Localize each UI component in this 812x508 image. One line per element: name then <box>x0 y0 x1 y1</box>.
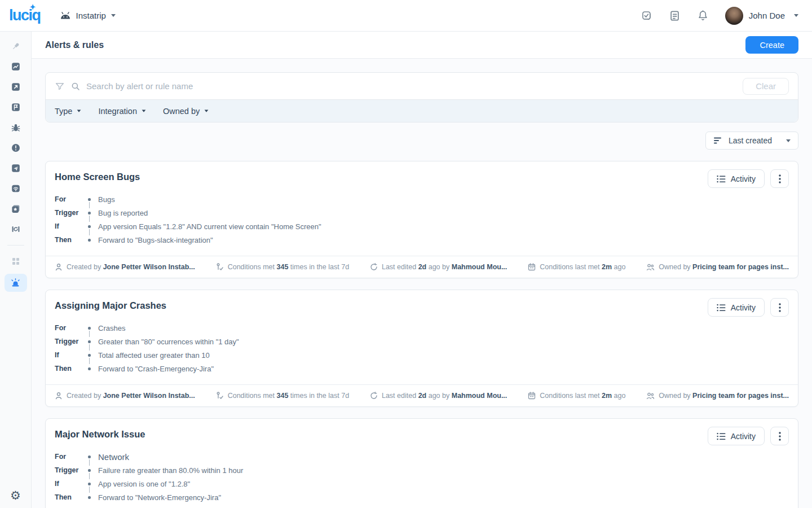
list-icon <box>717 304 726 312</box>
sort-dropdown[interactable]: Last created <box>705 132 798 150</box>
alert-card-title: Major Network Issue <box>55 427 145 440</box>
activity-label: Activity <box>731 303 756 312</box>
network-wifi-icon[interactable] <box>5 178 27 199</box>
filter-bar: Type Integration Owned by <box>46 99 798 122</box>
settings-gear-icon[interactable]: ⚙ <box>10 489 21 501</box>
filter-integration-label: Integration <box>98 107 137 116</box>
filter-owned-by-dropdown[interactable]: Owned by <box>163 107 209 116</box>
timeline-bullet <box>87 450 98 463</box>
rule-row: For Network <box>55 450 789 463</box>
filter-panel: Clear Type Integration Owned by <box>45 72 798 122</box>
calendar-icon <box>528 392 536 400</box>
filter-integration-dropdown[interactable]: Integration <box>98 107 146 116</box>
search-icon <box>71 82 80 91</box>
user-name: John Doe <box>749 11 785 20</box>
rule-row: For Crashes <box>55 321 789 335</box>
activity-label: Activity <box>731 174 756 183</box>
owned-by-meta: Owned by Pricing team for pages inst... <box>646 263 789 271</box>
rule-row-label: Then <box>55 236 87 244</box>
kebab-menu-button[interactable] <box>770 169 789 188</box>
starred-pages-icon[interactable] <box>5 199 27 219</box>
pin-icon[interactable] <box>5 36 27 56</box>
alert-card-title: Home Screen Bugs <box>55 169 140 182</box>
user-icon <box>55 392 63 400</box>
sidebar: ⚙ <box>0 32 32 508</box>
apps-grid-icon[interactable] <box>5 251 27 271</box>
workspace-name: Instatrip <box>76 11 106 20</box>
timeline-bullet <box>87 220 98 233</box>
created-by-meta: Created by Jone Petter Wilson Instab... <box>55 263 195 271</box>
rule-row-label: Then <box>55 493 87 501</box>
alert-card-title: Assigning Major Crashes <box>55 298 166 311</box>
luciq-logo[interactable]: luciq ✦ <box>9 8 45 23</box>
analytics-icon[interactable] <box>5 56 27 77</box>
last-edited-meta: Last edited 2d ago by Mahmoud Mou... <box>370 392 507 400</box>
rule-row: Trigger Bug is reported <box>55 206 789 220</box>
page-header: Alerts & rules Create <box>32 32 812 59</box>
topbar: luciq ✦ Instatrip <box>0 0 812 32</box>
sort-label: Last created <box>729 136 772 145</box>
page-title: Alerts & rules <box>45 40 104 50</box>
filter-type-dropdown[interactable]: Type <box>55 107 81 116</box>
logo-spark-icon: ✦ <box>30 3 36 11</box>
timeline-bullet <box>87 348 98 362</box>
kebab-menu-button[interactable] <box>770 427 789 445</box>
created-by-meta: Created by Jone Petter Wilson Instab... <box>55 392 195 400</box>
rule-row-value: Forward to "Network-Emergency-Jira" <box>98 493 221 502</box>
rule-check-icon <box>216 263 224 271</box>
chevron-down-icon <box>142 110 146 112</box>
tasks-check-icon[interactable] <box>641 10 653 22</box>
replay-icon[interactable] <box>5 219 27 239</box>
chevron-down-icon <box>111 14 116 17</box>
kebab-icon <box>779 303 781 312</box>
timeline-bullet <box>87 233 98 247</box>
release-notes-icon[interactable] <box>669 10 681 22</box>
timeline-bullet <box>87 206 98 220</box>
timeline-bullet <box>87 335 98 348</box>
send-icon[interactable] <box>5 158 27 178</box>
chevron-down-icon <box>77 110 81 112</box>
rule-row: Trigger Greater than "80" ocurrences wit… <box>55 335 789 348</box>
conditions-last-met-meta: Conditions last met 2m ago <box>528 263 625 271</box>
user-menu[interactable]: John Doe <box>725 7 798 25</box>
timeline-bullet <box>87 362 98 375</box>
rule-row-value: Forward to "Crash-Emergency-Jira" <box>98 365 214 373</box>
card-footer: Created by Jone Petter Wilson Instab... … <box>46 384 798 406</box>
rule-row-value: Failure rate greater than 80.0% within 1… <box>98 466 243 475</box>
activity-button[interactable]: Activity <box>708 169 765 188</box>
search-input[interactable] <box>86 81 736 91</box>
clear-button[interactable]: Clear <box>743 78 789 95</box>
rule-row-value: Bug is reported <box>98 209 148 217</box>
rule-row-value: Forward to "Bugs-slack-integration" <box>98 236 213 244</box>
rule-row-label: If <box>55 480 87 488</box>
rule-row: Then Forward to "Crash-Emergency-Jira" <box>55 362 789 375</box>
card-footer: Created by Jone Petter Wilson Instab... … <box>46 256 798 278</box>
rule-row-value: Greater than "80" ocurrences within "1 d… <box>98 338 239 346</box>
rule-row: If App version is one of "1.2.8" <box>55 477 789 491</box>
create-button[interactable]: Create <box>745 36 798 54</box>
sidebar-divider <box>7 245 24 246</box>
notifications-bell-icon[interactable] <box>697 10 709 22</box>
crash-alert-icon[interactable] <box>5 138 27 158</box>
activity-button[interactable]: Activity <box>708 298 765 317</box>
bug-icon[interactable] <box>5 117 27 138</box>
kebab-menu-button[interactable] <box>770 298 789 317</box>
flag-icon[interactable] <box>5 97 27 117</box>
rule-row-label: Trigger <box>55 209 87 217</box>
filter-owned-by-label: Owned by <box>163 107 200 116</box>
activity-label: Activity <box>731 432 756 441</box>
rule-row: Trigger Failure rate greater than 80.0% … <box>55 463 789 477</box>
activity-button[interactable]: Activity <box>708 427 765 445</box>
timeline-bullet <box>87 477 98 491</box>
page-export-icon[interactable] <box>5 77 27 97</box>
alerts-siren-icon[interactable] <box>5 274 27 292</box>
rule-row-label: For <box>55 324 87 332</box>
list-icon <box>717 175 726 183</box>
history-icon <box>370 263 378 271</box>
rule-row-value: Crashes <box>98 324 125 332</box>
timeline-bullet <box>87 321 98 335</box>
workspace-switcher[interactable]: Instatrip <box>60 11 116 20</box>
rule-row: If App version Equals "1.2.8" AND curren… <box>55 220 789 233</box>
rule-row-value: Network <box>98 452 129 462</box>
rule-row-label: Trigger <box>55 338 87 345</box>
